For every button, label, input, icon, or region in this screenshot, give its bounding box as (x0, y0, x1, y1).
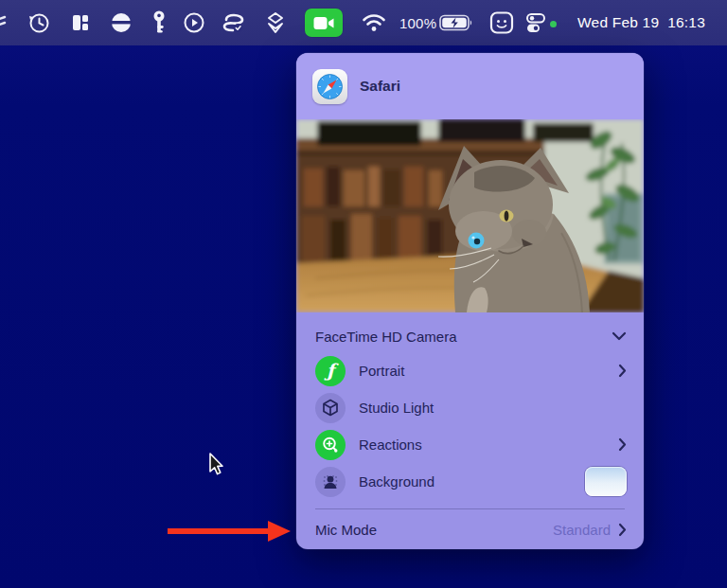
camera-active-button[interactable] (305, 9, 343, 37)
app-name: Safari (360, 78, 400, 95)
camera-preview (296, 119, 644, 312)
control-toggles-icon[interactable] (522, 0, 550, 45)
menubar-time: 16:13 (667, 14, 705, 31)
cube-glyph (322, 399, 339, 417)
mic-mode-label: Mic Mode (315, 522, 545, 538)
chevron-right-icon (618, 437, 627, 452)
red-annotation-arrow (164, 519, 293, 543)
play-circle-icon[interactable] (181, 0, 207, 45)
swoosh-check-icon[interactable] (219, 0, 249, 45)
reactions-label: Reactions (359, 437, 605, 453)
portrait-row[interactable]: ƒ Portrait (296, 352, 644, 389)
background-person-icon (315, 467, 346, 497)
popover-app-header: Safari (296, 53, 644, 119)
camera-select-row[interactable]: FaceTime HD Camera (296, 320, 644, 352)
wifi-glyph (362, 12, 386, 33)
edge-clipped-glyph (0, 15, 9, 30)
popover-controls: FaceTime HD Camera ƒ Portrait Studio Lig… (296, 312, 644, 549)
video-camera-glyph (313, 16, 334, 30)
studio-light-row[interactable]: Studio Light (296, 389, 644, 426)
smiley-app-glyph (488, 9, 515, 36)
chevron-down-icon (612, 331, 627, 341)
reactions-icon (315, 430, 346, 460)
circle-slot-icon[interactable] (108, 0, 134, 45)
key-icon[interactable] (148, 0, 170, 45)
time-machine-glyph (27, 11, 51, 35)
time-machine-icon[interactable] (26, 0, 52, 45)
chevron-right-icon (618, 523, 627, 537)
window-tiles-glyph (69, 11, 92, 34)
mouse-cursor (206, 452, 223, 478)
camera-select-label: FaceTime HD Camera (315, 329, 456, 345)
aperture-f-glyph: ƒ (327, 360, 334, 381)
mic-mode-value: Standard (553, 522, 611, 538)
portrait-label: Portrait (359, 363, 605, 379)
key-glyph (152, 10, 166, 35)
battery-charging-icon[interactable] (437, 0, 475, 45)
layers-icon[interactable] (261, 0, 290, 45)
safari-compass-icon (312, 69, 347, 104)
menu-bar: 100% Wed Feb 19 16:13 (0, 0, 727, 45)
chevron-right-icon (618, 364, 627, 378)
battery-percent: 100% (399, 0, 436, 45)
studio-light-cube-icon (315, 393, 346, 423)
safari-compass-glyph (316, 73, 344, 100)
battery-glyph (439, 14, 474, 32)
swoosh-check-glyph (221, 11, 247, 34)
edge-clipped-icon[interactable] (0, 0, 10, 45)
play-circle-glyph (183, 11, 205, 34)
menubar-clock[interactable]: Wed Feb 19 16:13 (577, 0, 705, 45)
studio-light-label: Studio Light (359, 400, 627, 416)
control-toggles-glyph (523, 10, 548, 35)
background-row[interactable]: Background (296, 463, 644, 500)
wifi-icon[interactable] (360, 0, 388, 45)
background-label: Background (359, 473, 572, 490)
layers-glyph (263, 10, 288, 35)
camera-preview-image (296, 119, 644, 312)
reactions-glyph (321, 436, 340, 454)
menubar-date: Wed Feb 19 (577, 14, 659, 31)
circle-slot-glyph (110, 11, 133, 34)
window-tiles-icon[interactable] (67, 0, 94, 45)
video-controls-popover: Safari (296, 53, 644, 549)
smiley-app-icon[interactable] (486, 0, 518, 45)
background-preview-swatch[interactable] (585, 467, 627, 496)
reactions-row[interactable]: Reactions (296, 426, 644, 463)
portrait-aperture-icon: ƒ (315, 356, 346, 386)
mic-mode-row[interactable]: Mic Mode Standard (296, 509, 644, 549)
person-silhouette-glyph (321, 472, 340, 491)
green-status-dot (550, 21, 557, 27)
